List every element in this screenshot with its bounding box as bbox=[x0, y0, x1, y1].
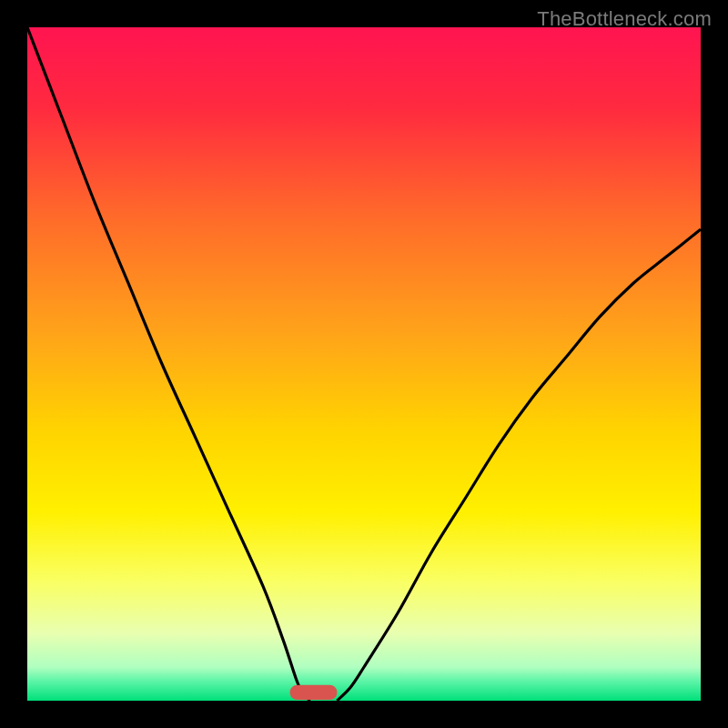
bottleneck-chart bbox=[27, 27, 701, 701]
watermark-text: TheBottleneck.com bbox=[537, 7, 712, 31]
gradient-background bbox=[27, 27, 701, 701]
optimal-marker bbox=[290, 685, 338, 700]
chart-frame bbox=[27, 27, 701, 701]
